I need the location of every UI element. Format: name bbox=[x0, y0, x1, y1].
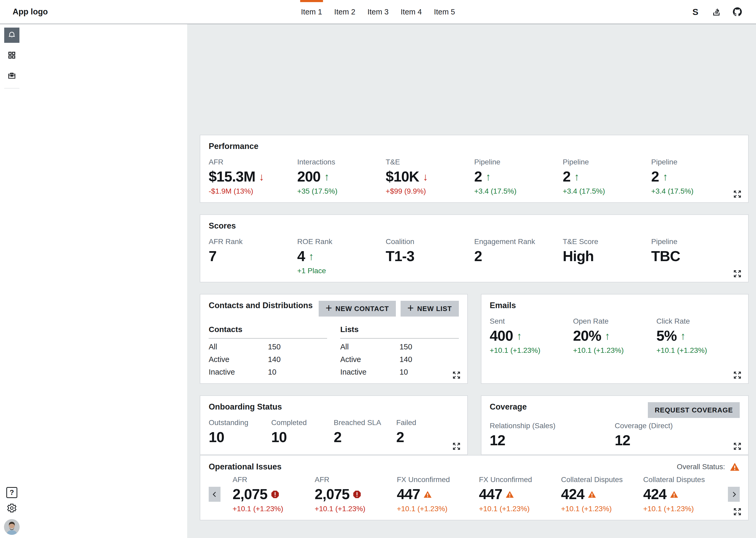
nav-item-5[interactable]: Item 5 bbox=[428, 0, 461, 24]
card-title: Emails bbox=[490, 301, 740, 310]
performance-metrics: AFR $15.3M ↓ -$1.9M (13%) Interactions 2… bbox=[209, 158, 740, 195]
table-row: Inactive 10 bbox=[209, 368, 327, 376]
request-coverage-button[interactable]: REQUEST COVERAGE bbox=[648, 402, 740, 418]
warning-triangle-icon bbox=[588, 490, 596, 499]
metric-click-rate: Click Rate 5% ↑ +10.1 (+1.23%) bbox=[656, 317, 740, 355]
expand-icon[interactable] bbox=[732, 507, 742, 517]
nav-right-icons: S bbox=[691, 0, 742, 24]
onboarding-metrics: Outstanding 10 Completed 10 Breached SLA… bbox=[209, 418, 459, 445]
arrow-up-icon: ↑ bbox=[574, 172, 579, 182]
contacts-table: Contacts All 150 Active 140 Inactive 10 bbox=[209, 325, 327, 376]
metric-afr-issues-1: AFR 2,075 +10.1 (+1.23%) bbox=[233, 475, 315, 513]
warning-triangle-icon bbox=[505, 490, 514, 499]
sidebar-item-apps[interactable] bbox=[4, 48, 20, 63]
operational-issues-card: Operational Issues Overall Status: bbox=[200, 455, 749, 520]
settings-icon[interactable] bbox=[7, 503, 17, 514]
metric-collateral-disputes-1: Collateral Disputes 424 +10.1 (+1.23%) bbox=[561, 475, 643, 513]
main-nav: Item 1 Item 2 Item 3 Item 4 Item 5 bbox=[295, 0, 461, 24]
table-row: All 150 bbox=[209, 343, 327, 351]
critical-octagon-icon bbox=[271, 490, 280, 499]
critical-octagon-icon bbox=[353, 490, 361, 499]
carousel-next-button[interactable] bbox=[728, 487, 740, 502]
metric-completed: Completed 10 bbox=[271, 418, 334, 445]
metric-coverage-direct: Coverage (Direct) 12 bbox=[615, 422, 740, 448]
metric-fx-unconfirmed-1: FX Unconfirmed 447 +10.1 (+1.23%) bbox=[397, 475, 479, 513]
warning-triangle-icon bbox=[730, 462, 740, 472]
metric-sent: Sent 400 ↑ +10.1 (+1.23%) bbox=[490, 317, 573, 355]
bell-icon bbox=[7, 30, 16, 40]
carousel-prev-button[interactable] bbox=[209, 487, 220, 502]
sidebar-item-toolbox[interactable] bbox=[4, 69, 20, 84]
contacts-card: Contacts and Distributions + NEW CONTACT… bbox=[200, 294, 468, 384]
help-icon[interactable]: ? bbox=[6, 487, 17, 498]
expand-icon[interactable] bbox=[732, 189, 742, 199]
arrow-up-icon: ↑ bbox=[324, 172, 329, 182]
arrow-up-icon: ↑ bbox=[681, 331, 685, 341]
arrow-up-icon: ↑ bbox=[517, 331, 522, 341]
dashboard-content: Performance AFR $15.3M ↓ -$1.9M (13%) In… bbox=[187, 24, 756, 538]
briefcase-icon bbox=[8, 72, 16, 81]
row-onboarding-coverage: Onboarding Status Outstanding 10 Complet… bbox=[200, 395, 749, 455]
lists-table: Lists All 150 Active 140 Inactive 10 bbox=[340, 325, 458, 376]
new-contact-button[interactable]: + NEW CONTACT bbox=[319, 301, 396, 317]
metric-failed: Failed 2 bbox=[396, 418, 458, 445]
metric-coalition: Coalition T1-3 bbox=[386, 238, 474, 275]
metric-afr: AFR $15.3M ↓ -$1.9M (13%) bbox=[209, 158, 297, 195]
rail-divider bbox=[4, 88, 20, 88]
warning-triangle-icon bbox=[423, 490, 432, 499]
card-title: Coverage bbox=[490, 402, 527, 412]
expand-icon[interactable] bbox=[732, 269, 742, 279]
expand-icon[interactable] bbox=[732, 441, 742, 451]
card-title: Scores bbox=[209, 221, 740, 231]
row-contacts-emails: Contacts and Distributions + NEW CONTACT… bbox=[200, 294, 749, 384]
metric-pipeline-3: Pipeline 2 ↑ +3.4 (17.5%) bbox=[651, 158, 740, 195]
arrow-up-icon: ↑ bbox=[309, 251, 314, 262]
new-list-button[interactable]: + NEW LIST bbox=[401, 301, 459, 317]
app-logo[interactable]: App logo bbox=[13, 0, 48, 24]
overall-status: Overall Status: bbox=[677, 462, 740, 472]
coverage-card: Coverage REQUEST COVERAGE Relationship (… bbox=[481, 395, 749, 455]
arrow-up-icon: ↑ bbox=[605, 331, 610, 341]
coverage-metrics: Relationship (Sales) 12 Coverage (Direct… bbox=[490, 422, 740, 448]
metric-pipeline-2: Pipeline 2 ↑ +3.4 (17.5%) bbox=[563, 158, 651, 195]
sidebar: ? bbox=[0, 24, 187, 538]
metric-outstanding: Outstanding 10 bbox=[209, 418, 271, 445]
arrow-up-icon: ↑ bbox=[486, 172, 491, 182]
stackoverflow-icon[interactable] bbox=[712, 7, 721, 16]
expand-icon[interactable] bbox=[732, 370, 742, 380]
rail-bottom: ? bbox=[0, 487, 24, 535]
metric-fx-unconfirmed-2: FX Unconfirmed 447 +10.1 (+1.23%) bbox=[479, 475, 561, 513]
emails-card: Emails Sent 400 ↑ +10.1 (+1.23%) Open Ra… bbox=[481, 294, 749, 384]
arrow-down-icon: ↓ bbox=[259, 172, 264, 182]
metric-breached-sla: Breached SLA 2 bbox=[334, 418, 396, 445]
nav-item-1[interactable]: Item 1 bbox=[295, 0, 328, 24]
table-row: All 150 bbox=[340, 343, 458, 351]
emails-metrics: Sent 400 ↑ +10.1 (+1.23%) Open Rate 20% … bbox=[490, 317, 740, 355]
operational-metrics: AFR 2,075 +10.1 (+1.23%) AFR 2,075 bbox=[233, 475, 725, 513]
metric-afr-issues-2: AFR 2,075 +10.1 (+1.23%) bbox=[315, 475, 397, 513]
nav-item-2[interactable]: Item 2 bbox=[328, 0, 361, 24]
card-title: Operational Issues bbox=[209, 462, 281, 471]
storybook-icon[interactable]: S bbox=[691, 7, 700, 16]
metric-engagement-rank: Engagement Rank 2 bbox=[474, 238, 563, 275]
metric-collateral-disputes-2: Collateral Disputes 424 +10.1 (+1.23%) bbox=[643, 475, 725, 513]
nav-item-4[interactable]: Item 4 bbox=[395, 0, 428, 24]
scores-card: Scores AFR Rank 7 ROE Rank 4 ↑ +1 Place … bbox=[200, 214, 749, 282]
metric-te: T&E $10K ↓ +$99 (9.9%) bbox=[386, 158, 474, 195]
scores-metrics: AFR Rank 7 ROE Rank 4 ↑ +1 Place Coaliti… bbox=[209, 238, 740, 275]
performance-card: Performance AFR $15.3M ↓ -$1.9M (13%) In… bbox=[200, 135, 749, 203]
arrow-up-icon: ↑ bbox=[663, 172, 668, 182]
expand-icon[interactable] bbox=[451, 370, 461, 380]
user-avatar[interactable] bbox=[4, 519, 20, 535]
sidebar-item-notifications[interactable] bbox=[4, 27, 20, 43]
github-icon[interactable] bbox=[733, 7, 742, 16]
nav-item-3[interactable]: Item 3 bbox=[361, 0, 395, 24]
expand-icon[interactable] bbox=[451, 441, 461, 451]
metric-roe-rank: ROE Rank 4 ↑ +1 Place bbox=[297, 238, 386, 275]
card-title: Onboarding Status bbox=[209, 402, 459, 412]
top-nav: App logo Item 1 Item 2 Item 3 Item 4 Ite… bbox=[0, 0, 756, 24]
metric-pipeline-score: Pipeline TBC bbox=[651, 238, 740, 275]
table-row: Active 140 bbox=[340, 355, 458, 364]
metric-pipeline-1: Pipeline 2 ↑ +3.4 (17.5%) bbox=[474, 158, 563, 195]
warning-triangle-icon bbox=[670, 490, 679, 499]
